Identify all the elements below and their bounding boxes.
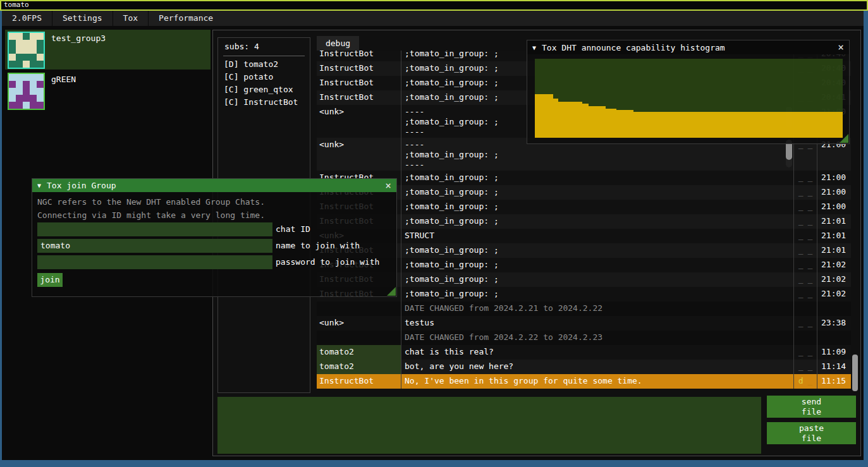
sender-name: InstructBot [317, 76, 401, 90]
delivery-status: __ [794, 243, 817, 258]
sender-name: <unk> [317, 138, 401, 171]
join-name-label: name to join with [276, 239, 360, 253]
message-row[interactable]: tomato2bot, are you new here?__11:14 [317, 360, 851, 374]
join-password-input[interactable] [37, 255, 272, 269]
histogram-bar-segment [558, 102, 583, 138]
date-changed-row[interactable]: DATE CHANGED from 2024.2.22 to 2024.2.23 [317, 331, 851, 345]
window-frame-bottom [0, 460, 868, 467]
subs-member[interactable]: [C] green_qtox [224, 83, 298, 96]
menu-settings[interactable]: Settings [52, 11, 113, 26]
message-input[interactable] [217, 397, 761, 454]
subs-member[interactable]: [C] InstructBot [224, 96, 298, 109]
timestamp: 21:02 [817, 258, 851, 272]
delivery-status: __ [794, 214, 817, 229]
dht-histogram-plot [535, 59, 843, 138]
message-text: ;tomato_in_group: ; [401, 243, 794, 258]
join-name-input[interactable]: tomato [37, 239, 272, 253]
sender-name [317, 331, 401, 345]
group-item-gREEN[interactable]: gREEN [5, 71, 211, 111]
join-group-title: Tox join Group [47, 181, 379, 190]
dht-histogram-titlebar[interactable]: ▼ Tox DHT announce capability histogram … [527, 40, 849, 54]
chat-id-input[interactable] [37, 222, 272, 236]
message-row[interactable]: tomato2chat is this real?__11:09 [317, 345, 851, 360]
timestamp: 21:00 [817, 185, 851, 200]
group-avatar [8, 32, 45, 69]
timestamp: 21:01 [817, 243, 851, 258]
collapse-arrow-icon[interactable]: ▼ [37, 182, 41, 189]
join-info-line: NGC refers to the New DHT enabled Group … [37, 197, 265, 207]
delivery-status: __ [794, 185, 817, 200]
collapse-arrow-icon[interactable]: ▼ [532, 44, 536, 51]
close-icon[interactable]: × [838, 42, 844, 52]
histogram-bar-segment [582, 104, 589, 138]
os-window-titlebar[interactable]: tomato [0, 0, 868, 11]
message-text: ;tomato_in_group: ; [401, 200, 794, 214]
timestamp: 23:38 [817, 316, 851, 331]
group-name: test_group3 [51, 33, 106, 43]
message-text: ;tomato_in_group: ; [401, 171, 794, 185]
delivery-status: __ [794, 287, 817, 301]
paste-file-button[interactable]: paste file [767, 422, 856, 444]
message-text: ;tomato_in_group: ; [401, 258, 794, 272]
message-text: testus [401, 316, 794, 331]
sender-name: InstructBot [317, 51, 401, 61]
timestamp: 11:15 [817, 374, 851, 389]
message-text: chat is this real? [401, 345, 794, 360]
message-text: ;tomato_in_group: ; [401, 214, 794, 229]
subs-member[interactable]: [C] potato [224, 71, 298, 83]
timestamp: 21:02 [817, 272, 851, 287]
menu-performance[interactable]: Performance [148, 11, 223, 26]
message-text: ;tomato_in_group: ; [401, 185, 794, 200]
timestamp: 21:01 [817, 214, 851, 229]
message-text: bot, are you new here? [401, 360, 794, 374]
message-text: ;tomato_in_group: ; [401, 287, 794, 301]
sender-name: tomato2 [317, 345, 401, 360]
menu-tox[interactable]: Tox [113, 11, 148, 26]
delivery-status: d_ [794, 374, 817, 389]
group-item-test_group3[interactable]: test_group3 [5, 30, 211, 70]
sender-name [317, 301, 401, 316]
delivery-status: __ [794, 345, 817, 360]
close-icon[interactable]: × [385, 181, 391, 191]
subs-member[interactable]: [D] tomato2 [224, 58, 298, 71]
sender-name: InstructBot [317, 90, 401, 105]
window-frame-left [0, 11, 2, 460]
timestamp: 11:14 [817, 360, 851, 374]
window-frame-right [864, 11, 868, 460]
join-button[interactable]: join [37, 273, 63, 287]
message-text: DATE CHANGED from 2024.2.21 to 2024.2.22 [401, 301, 794, 316]
chat-id-label: chat ID [276, 222, 310, 236]
sender-name: InstructBot [317, 374, 401, 389]
join-info-line: Connecting via ID might take a very long… [37, 210, 265, 220]
sender-name: <unk> [317, 105, 401, 138]
dht-histogram-title: Tox DHT announce capability histogram [542, 43, 832, 52]
chat-scrollbar[interactable] [852, 355, 858, 391]
message-row[interactable]: <unk>testus__23:38 [317, 316, 851, 331]
message-text: ;tomato_in_group: ; [401, 272, 794, 287]
timestamp: 11:09 [817, 345, 851, 360]
subs-count-label: subs: 4 [224, 42, 259, 51]
timestamp: 21:01 [817, 229, 851, 243]
subs-separator [223, 56, 305, 56]
menu-bar: 2.0FPS Settings Tox Performance [2, 11, 864, 26]
join-group-window: ▼ Tox join Group × NGC refers to the New… [32, 178, 397, 297]
os-window-title: tomato [4, 1, 29, 9]
delivery-status: __ [794, 200, 817, 214]
message-row[interactable]: InstructBotNo, I've been in this group f… [317, 374, 851, 389]
delivery-status: __ [794, 171, 817, 185]
dht-histogram-window: ▼ Tox DHT announce capability histogram … [527, 40, 850, 144]
tab-debug[interactable]: debug [317, 36, 359, 51]
fps-counter: 2.0FPS [2, 11, 52, 26]
histogram-bar-segment [553, 99, 558, 138]
sender-name: tomato2 [317, 360, 401, 374]
resize-grip[interactable] [387, 287, 396, 296]
subs-list: [D] tomato2 [C] potato [C] green_qtox [C… [224, 58, 298, 109]
resize-grip[interactable] [840, 134, 848, 143]
delivery-status: __ [794, 360, 817, 374]
join-group-titlebar[interactable]: ▼ Tox join Group × [32, 179, 396, 192]
histogram-bar-segment [606, 109, 616, 138]
date-changed-row[interactable]: DATE CHANGED from 2024.2.21 to 2024.2.22 [317, 301, 851, 316]
sender-name: <unk> [317, 316, 401, 331]
send-file-button[interactable]: send file [767, 396, 856, 418]
histogram-bar-segment [616, 110, 633, 138]
